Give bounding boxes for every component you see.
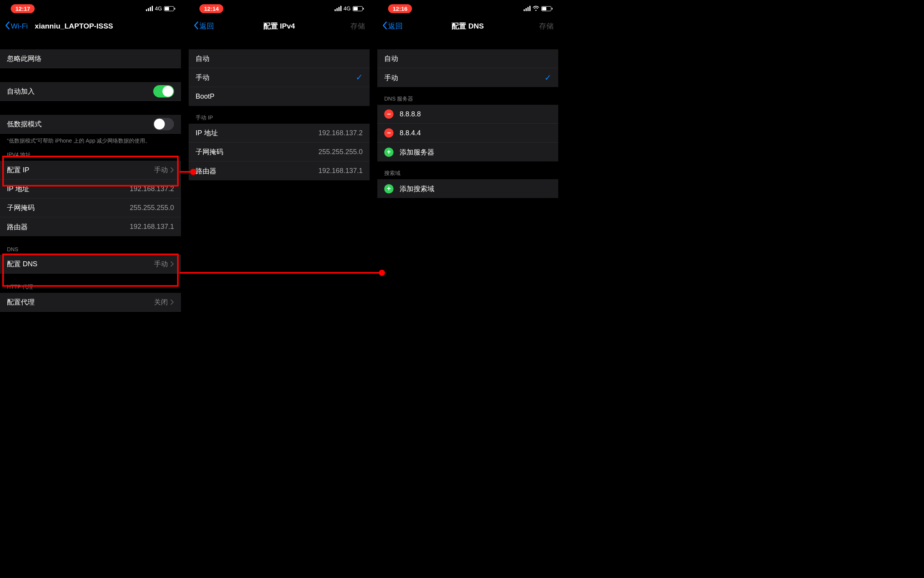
ipv4-section-header: IPV4 地址 — [0, 144, 181, 161]
router-value: 192.168.137.1 — [130, 223, 174, 231]
chevron-right-icon — [170, 299, 174, 305]
battery-icon — [353, 6, 363, 11]
back-label: 返回 — [199, 21, 214, 31]
add-search-label: 添加搜索域 — [400, 184, 434, 193]
remove-icon[interactable]: − — [384, 109, 393, 119]
recording-time-pill[interactable]: 12:14 — [199, 4, 223, 13]
network-type: 4G — [343, 5, 351, 12]
forget-network-row[interactable]: 忽略此网络 — [0, 49, 181, 68]
low-data-label: 低数据模式 — [7, 119, 42, 129]
subnet-mask-row: 子网掩码 255.255.255.0 — [0, 198, 181, 217]
status-bar: 12:14 4G — [189, 0, 370, 17]
cell-signal-icon — [146, 6, 153, 11]
router-label: 路由器 — [7, 222, 28, 232]
ip-address-value: 192.168.137.2 — [130, 185, 174, 193]
configure-ip-value: 手动 — [154, 165, 168, 175]
router-row[interactable]: 路由器 192.168.137.1 — [189, 161, 370, 180]
ip-address-row: IP 地址 192.168.137.2 — [0, 180, 181, 198]
router-row: 路由器 192.168.137.1 — [0, 217, 181, 236]
proxy-section-header: HTTP 代理 — [0, 274, 181, 293]
back-label: Wi-Fi — [11, 22, 28, 30]
search-domains-header: 搜索域 — [377, 161, 558, 179]
remove-icon[interactable]: − — [384, 128, 393, 138]
subnet-mask-value: 255.255.255.0 — [318, 148, 363, 156]
dns-server-value: 8.8.8.8 — [400, 110, 421, 118]
add-dns-server-row[interactable]: + 添加服务器 — [377, 143, 558, 161]
dns-section-header: DNS — [0, 236, 181, 255]
configure-dns-row[interactable]: 配置 DNS 手动 — [0, 255, 181, 274]
save-button[interactable]: 存储 — [350, 21, 365, 31]
option-auto-label: 自动 — [196, 54, 209, 63]
cell-signal-icon — [524, 6, 531, 11]
option-auto[interactable]: 自动 — [189, 49, 370, 68]
auto-join-row[interactable]: 自动加入 — [0, 82, 181, 101]
auto-join-label: 自动加入 — [7, 87, 35, 96]
recording-time-pill[interactable]: 12:16 — [388, 4, 412, 13]
back-button[interactable]: 返回 — [193, 21, 214, 32]
configure-ipv4-screen: 12:14 4G 返回 配置 IPv4 存储 自动 手动 ✓ — [189, 0, 370, 578]
auto-join-toggle[interactable] — [153, 85, 174, 97]
option-manual-label: 手动 — [384, 73, 398, 82]
add-search-domain-row[interactable]: + 添加搜索域 — [377, 179, 558, 198]
ip-address-label: IP 地址 — [196, 128, 218, 138]
configure-proxy-label: 配置代理 — [7, 297, 35, 307]
back-label: 返回 — [388, 21, 403, 31]
wifi-detail-screen: 12:17 4G Wi-Fi xianniu_LAPTOP-ISSS 忽略此网络… — [0, 0, 181, 578]
subnet-mask-row[interactable]: 子网掩码 255.255.255.0 — [189, 143, 370, 161]
forget-network-label: 忽略此网络 — [7, 54, 42, 63]
ip-address-value: 192.168.137.2 — [318, 129, 363, 137]
configure-dns-label: 配置 DNS — [7, 259, 37, 269]
configure-dns-value: 手动 — [154, 259, 168, 269]
subnet-mask-label: 子网掩码 — [196, 147, 223, 156]
annotation-arrow-dns — [179, 272, 382, 274]
nav-bar: 返回 配置 IPv4 存储 — [189, 17, 370, 35]
dns-servers-header: DNS 服务器 — [377, 87, 558, 105]
dns-server-value: 8.8.4.4 — [400, 129, 421, 137]
option-bootp[interactable]: BootP — [189, 87, 370, 106]
save-button[interactable]: 存储 — [539, 21, 554, 31]
add-dns-label: 添加服务器 — [400, 148, 434, 157]
low-data-row[interactable]: 低数据模式 — [0, 115, 181, 134]
chevron-left-icon — [5, 21, 10, 32]
network-type: 4G — [155, 5, 162, 12]
subnet-mask-value: 255.255.255.0 — [130, 204, 174, 212]
add-icon[interactable]: + — [384, 184, 393, 193]
dns-server-row-2[interactable]: − 8.8.4.4 — [377, 124, 558, 143]
page-title: xianniu_LAPTOP-ISSS — [35, 22, 113, 30]
configure-ip-row[interactable]: 配置 IP 手动 — [0, 161, 181, 180]
configure-proxy-row[interactable]: 配置代理 关闭 — [0, 293, 181, 312]
annotation-dot — [379, 270, 385, 276]
configure-proxy-value: 关闭 — [154, 297, 168, 307]
ip-address-row[interactable]: IP 地址 192.168.137.2 — [189, 124, 370, 143]
chevron-left-icon — [193, 21, 199, 32]
battery-icon — [164, 6, 174, 11]
page-title: 配置 IPv4 — [189, 21, 370, 31]
low-data-toggle[interactable] — [153, 118, 174, 130]
wifi-icon — [532, 5, 539, 12]
cell-signal-icon — [335, 6, 341, 11]
dns-server-row-1[interactable]: − 8.8.8.8 — [377, 105, 558, 124]
option-manual[interactable]: 手动 ✓ — [377, 68, 558, 87]
router-label: 路由器 — [196, 166, 216, 176]
low-data-footnote: “低数据模式”可帮助 iPhone 上的 App 减少网络数据的使用。 — [0, 134, 181, 144]
option-manual[interactable]: 手动 ✓ — [189, 68, 370, 87]
status-bar: 12:16 — [377, 0, 558, 17]
manual-ip-header: 手动 IP — [189, 106, 370, 124]
configure-ip-label: 配置 IP — [7, 165, 29, 175]
option-auto-label: 自动 — [384, 54, 398, 63]
add-icon[interactable]: + — [384, 148, 393, 157]
chevron-right-icon — [170, 167, 174, 173]
option-auto[interactable]: 自动 — [377, 49, 558, 68]
recording-time-pill[interactable]: 12:17 — [11, 4, 35, 13]
option-manual-label: 手动 — [196, 73, 209, 82]
back-button[interactable]: 返回 — [382, 21, 403, 32]
checkmark-icon: ✓ — [544, 73, 551, 83]
checkmark-icon: ✓ — [356, 72, 363, 82]
option-bootp-label: BootP — [196, 92, 214, 101]
status-bar: 12:17 4G — [0, 0, 181, 17]
back-button[interactable]: Wi-Fi — [5, 21, 28, 32]
ip-address-label: IP 地址 — [7, 184, 29, 193]
nav-bar: 返回 配置 DNS 存储 — [377, 17, 558, 35]
chevron-left-icon — [382, 21, 387, 32]
chevron-right-icon — [170, 261, 174, 267]
